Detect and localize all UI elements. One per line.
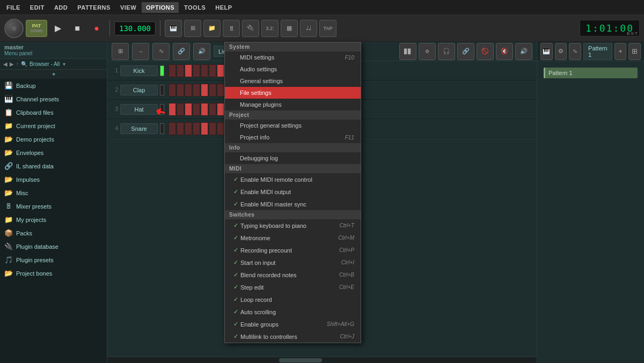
pad[interactable] [177, 122, 184, 135]
pat-song-toggle[interactable]: PAT SONG [26, 20, 47, 37]
no-icon[interactable]: 🚫 [477, 43, 494, 60]
pattern-expand-btn[interactable]: ⊞ [628, 43, 641, 60]
debugging-log-item[interactable]: Debugging log [225, 152, 361, 164]
sidebar-item-channel-presets[interactable]: 🎹 Channel presets [0, 92, 107, 106]
pad[interactable] [217, 64, 224, 77]
browser-btn[interactable]: 📁 [203, 20, 221, 37]
right-settings-icon[interactable]: ⚙ [555, 43, 567, 60]
pad[interactable] [169, 103, 176, 116]
stop-button[interactable]: ■ [69, 20, 86, 37]
sidebar-item-backup[interactable]: 💾 Backup [0, 79, 107, 92]
pad[interactable] [185, 64, 192, 77]
channel-rack-settings-icon[interactable]: ⚙ [419, 43, 436, 60]
menu-edit[interactable]: EDIT [26, 2, 49, 13]
step-edit-item[interactable]: ✓ Step edit Ctrl+E [225, 281, 361, 293]
pad[interactable] [177, 84, 184, 97]
pad[interactable] [201, 103, 208, 116]
metronome-btn[interactable]: ♩♩ [300, 20, 317, 37]
pad[interactable] [209, 103, 216, 116]
snare-channel-btn[interactable]: Snare [120, 123, 158, 134]
pad[interactable] [177, 103, 184, 116]
link-icon[interactable]: 🔗 [173, 43, 190, 60]
headphones-icon[interactable]: 🎧 [438, 43, 455, 60]
pad[interactable] [177, 64, 184, 77]
manage-plugins-item[interactable]: Manage plugins [225, 99, 361, 110]
hat-led[interactable] [160, 104, 164, 115]
tempo-tap-btn[interactable]: TAP [319, 20, 336, 37]
pad[interactable] [217, 84, 224, 97]
menu-help[interactable]: HELP [211, 2, 236, 13]
sidebar-item-mixer-presets[interactable]: 🎚 Mixer presets [0, 199, 107, 213]
menu-tools[interactable]: TOOLS [180, 2, 210, 13]
pad[interactable] [209, 64, 216, 77]
typing-keyboard-item[interactable]: ✓ Typing keyboard to piano Ctrl+T [225, 219, 361, 232]
piano-icon[interactable]: ⊞ [112, 43, 129, 60]
bpm-display[interactable]: 130.000 [114, 21, 156, 35]
menu-file[interactable]: FILE [2, 2, 25, 13]
clap-led[interactable] [160, 85, 164, 95]
right-piano-icon[interactable]: 🎹 [540, 43, 553, 60]
pad[interactable] [209, 122, 216, 135]
menu-add[interactable]: ADD [50, 2, 72, 13]
step-seq-btn[interactable]: ⊞ [184, 20, 201, 37]
kick-led[interactable] [160, 65, 164, 76]
project-general-settings-item[interactable]: Project general settings [225, 120, 361, 131]
sidebar-add-folder[interactable]: ✦ [0, 70, 107, 79]
general-settings-item[interactable]: General settings [225, 75, 361, 87]
midi-settings-item[interactable]: MIDI settings F10 [225, 51, 361, 63]
plugin-picker-btn[interactable]: 🔌 [242, 20, 259, 37]
horizontal-scrollbar[interactable] [107, 357, 537, 363]
pad[interactable] [209, 84, 216, 97]
menu-options[interactable]: OPTIONS [142, 2, 179, 13]
record-button[interactable]: ● [88, 20, 105, 37]
speaker-icon[interactable]: 🔊 [193, 43, 210, 60]
sidebar-item-plugin-database[interactable]: 🔌 Plugin database [0, 240, 107, 253]
sidebar-item-impulses[interactable]: 📂 Impulses [0, 173, 107, 186]
sidebar-item-demo-projects[interactable]: 📂 Demo projects [0, 132, 107, 146]
link2-icon[interactable]: 🔗 [457, 43, 474, 60]
pad[interactable] [169, 84, 176, 97]
multilink-controllers-item[interactable]: ✓ Multilink to controllers Ctrl+J [225, 330, 361, 343]
blend-recorded-notes-item[interactable]: ✓ Blend recorded notes Ctrl+B [225, 269, 361, 281]
pad[interactable] [193, 84, 200, 97]
pad[interactable] [185, 103, 192, 116]
sidebar-item-packs[interactable]: 📦 Packs [0, 226, 107, 240]
pad[interactable] [217, 122, 224, 135]
arrow-right-icon[interactable]: → [132, 43, 149, 60]
browser-chevron-icon[interactable]: ▾ [63, 61, 65, 67]
pad[interactable] [201, 84, 208, 97]
pad[interactable] [193, 64, 200, 77]
pattern-block[interactable]: Pattern 1 [544, 68, 638, 78]
audio-settings-item[interactable]: Audio settings [225, 63, 361, 75]
hat-channel-btn[interactable]: Hat [120, 104, 158, 115]
enable-groups-item[interactable]: ✓ Enable groups Shift+Alt+G [225, 318, 361, 330]
master-knob[interactable]: ◎ [4, 19, 24, 38]
browser-search-icon[interactable]: 🔍 [21, 61, 27, 67]
loop-record-item[interactable]: ✓ Loop record [225, 293, 361, 306]
pad[interactable] [185, 84, 192, 97]
mute-icon[interactable]: 🔇 [496, 43, 513, 60]
metronome-item[interactable]: ✓ Metronome Ctrl+M [225, 232, 361, 244]
menu-view[interactable]: VIEW [116, 2, 141, 13]
sidebar-item-clipboard-files[interactable]: 📋 Clipboard files [0, 106, 107, 119]
curve-icon[interactable]: ∿ [152, 43, 170, 60]
mixer-btn[interactable]: 🎚 [223, 20, 240, 37]
grid-btn[interactable]: ▦ [281, 20, 298, 37]
enable-midi-remote-item[interactable]: ✓ Enable MIDI remote control [225, 173, 361, 186]
start-on-input-item[interactable]: ✓ Start on input Ctrl+I [225, 256, 361, 269]
sidebar-item-current-project[interactable]: 📁 Current project [0, 119, 107, 132]
snap-btn[interactable]: 3.2: [261, 20, 279, 37]
pattern-add-btn[interactable]: + [614, 43, 627, 60]
menu-patterns[interactable]: PATTERNS [73, 2, 115, 13]
pad[interactable] [193, 122, 200, 135]
clap-channel-btn[interactable]: Clap [120, 85, 158, 95]
browser-forward-icon[interactable]: ▶ [10, 61, 14, 67]
browser-back-icon[interactable]: ◀ [3, 61, 8, 67]
pattern-selector[interactable]: Pattern 1 [583, 43, 612, 60]
right-curve-icon[interactable]: ∿ [569, 43, 581, 60]
piano-roll-btn[interactable]: 🎹 [165, 20, 182, 37]
sidebar-item-envelopes[interactable]: 📂 Envelopes [0, 146, 107, 159]
sidebar-item-my-projects[interactable]: 📁 My projects [0, 213, 107, 226]
pad[interactable] [185, 122, 192, 135]
snare-led[interactable] [160, 123, 164, 134]
